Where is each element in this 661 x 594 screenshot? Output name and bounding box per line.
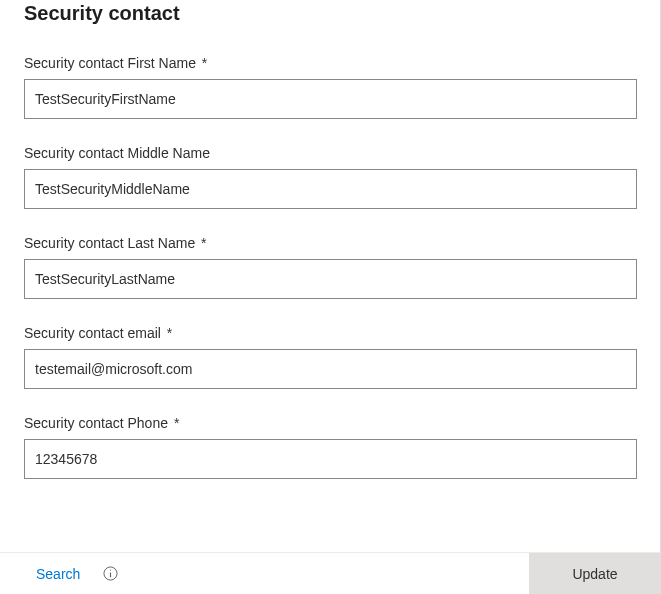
label-phone-text: Security contact Phone <box>24 415 168 431</box>
label-email-text: Security contact email <box>24 325 161 341</box>
phone-input[interactable] <box>24 439 637 479</box>
label-last-name-text: Security contact Last Name <box>24 235 195 251</box>
update-button[interactable]: Update <box>529 552 661 594</box>
label-email: Security contact email * <box>24 325 637 341</box>
required-marker: * <box>202 55 207 71</box>
required-marker: * <box>167 325 172 341</box>
field-group-phone: Security contact Phone * <box>24 415 637 479</box>
middle-name-input[interactable] <box>24 169 637 209</box>
required-marker: * <box>174 415 179 431</box>
label-middle-name: Security contact Middle Name <box>24 145 637 161</box>
footer-bar: Search Update <box>0 552 661 594</box>
last-name-input[interactable] <box>24 259 637 299</box>
field-group-last-name: Security contact Last Name * <box>24 235 637 299</box>
required-marker: * <box>201 235 206 251</box>
svg-point-2 <box>110 569 111 570</box>
info-icon[interactable] <box>102 566 118 582</box>
email-input[interactable] <box>24 349 637 389</box>
search-link[interactable]: Search <box>36 566 80 582</box>
label-first-name: Security contact First Name * <box>24 55 637 71</box>
label-last-name: Security contact Last Name * <box>24 235 637 251</box>
label-phone: Security contact Phone * <box>24 415 637 431</box>
field-group-email: Security contact email * <box>24 325 637 389</box>
field-group-first-name: Security contact First Name * <box>24 55 637 119</box>
label-first-name-text: Security contact First Name <box>24 55 196 71</box>
field-group-middle-name: Security contact Middle Name <box>24 145 637 209</box>
label-middle-name-text: Security contact Middle Name <box>24 145 210 161</box>
page-title: Security contact <box>24 0 637 55</box>
first-name-input[interactable] <box>24 79 637 119</box>
